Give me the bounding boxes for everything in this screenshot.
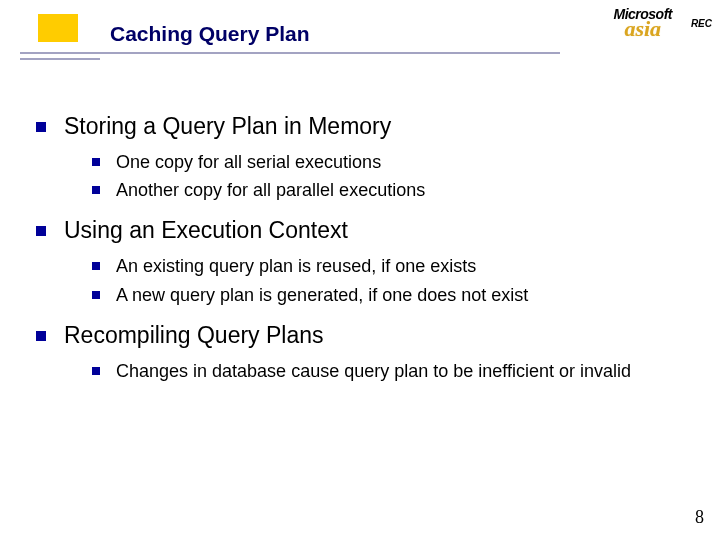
slide-header: Caching Query Plan Microsoft asia REC bbox=[0, 0, 720, 72]
bullet-text: Storing a Query Plan in Memory bbox=[64, 112, 391, 142]
list-item: One copy for all serial executions bbox=[92, 150, 690, 174]
list-item: An existing query plan is reused, if one… bbox=[92, 254, 690, 278]
corner-tag: REC bbox=[691, 18, 712, 29]
bullet-icon bbox=[36, 331, 46, 341]
title-underline-long bbox=[20, 52, 560, 54]
list-item: Changes in database cause query plan to … bbox=[92, 359, 690, 383]
bullet-text: Changes in database cause query plan to … bbox=[116, 359, 631, 383]
list-item: Storing a Query Plan in Memory bbox=[36, 112, 690, 142]
bullet-icon bbox=[36, 122, 46, 132]
sub-list: An existing query plan is reused, if one… bbox=[92, 254, 690, 307]
bullet-icon bbox=[92, 186, 100, 194]
bullet-icon bbox=[92, 367, 100, 375]
list-item: Using an Execution Context bbox=[36, 216, 690, 246]
list-item: Recompiling Query Plans bbox=[36, 321, 690, 351]
sub-list: Changes in database cause query plan to … bbox=[92, 359, 690, 383]
brand-logo: Microsoft asia bbox=[614, 6, 673, 40]
slide-title: Caching Query Plan bbox=[110, 22, 310, 46]
bullet-text: Recompiling Query Plans bbox=[64, 321, 324, 351]
sub-list: One copy for all serial executions Anoth… bbox=[92, 150, 690, 203]
bullet-text: One copy for all serial executions bbox=[116, 150, 381, 174]
bullet-icon bbox=[92, 291, 100, 299]
title-underline-short bbox=[20, 58, 100, 60]
bullet-icon bbox=[92, 158, 100, 166]
bullet-icon bbox=[36, 226, 46, 236]
bullet-icon bbox=[92, 262, 100, 270]
slide-body: Storing a Query Plan in Memory One copy … bbox=[36, 112, 690, 387]
list-item: A new query plan is generated, if one do… bbox=[92, 283, 690, 307]
bullet-text: Another copy for all parallel executions bbox=[116, 178, 425, 202]
title-accent-box bbox=[38, 14, 78, 42]
bullet-text: An existing query plan is reused, if one… bbox=[116, 254, 476, 278]
bullet-text: A new query plan is generated, if one do… bbox=[116, 283, 528, 307]
bullet-text: Using an Execution Context bbox=[64, 216, 348, 246]
page-number: 8 bbox=[695, 507, 704, 528]
list-item: Another copy for all parallel executions bbox=[92, 178, 690, 202]
